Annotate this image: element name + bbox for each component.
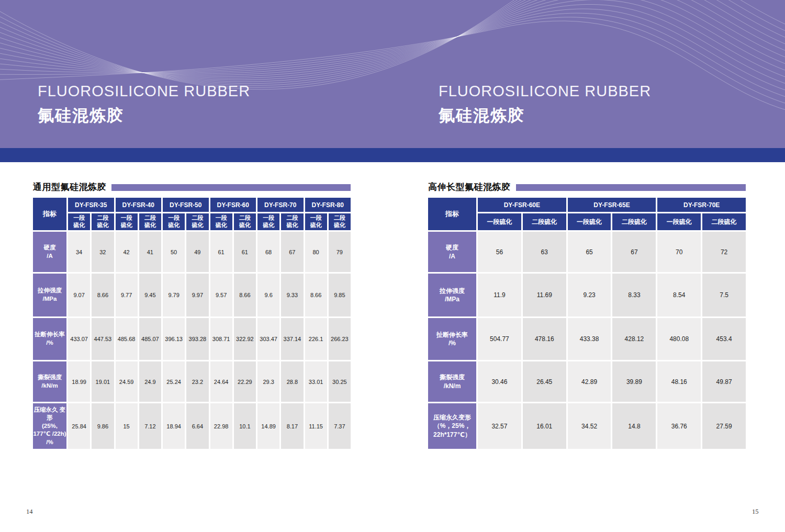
cure-stage-header: 二段 硫化 [92, 213, 114, 230]
value-cell: 14.89 [257, 403, 279, 449]
value-cell: 8.33 [612, 274, 656, 316]
section-heading-general: 通用型氟硅混炼胶 [33, 181, 351, 193]
section-title-bar [516, 184, 746, 191]
row-label: 撕裂强度 /kN/m [428, 361, 476, 402]
page-title-zh: 氟硅混炼胶 [439, 105, 651, 127]
value-cell: 30.46 [478, 361, 521, 402]
value-cell: 266.23 [329, 318, 351, 360]
value-cell: 11.69 [523, 274, 566, 316]
value-cell: 32.57 [478, 403, 521, 449]
divider-band [0, 148, 785, 162]
page-number-right: 15 [752, 508, 759, 516]
value-cell: 24.64 [210, 361, 232, 402]
page-title-en: FLUOROSILICONE RUBBER [439, 83, 651, 100]
value-cell: 24.9 [139, 361, 161, 402]
value-cell: 9.85 [329, 274, 351, 316]
value-cell: 485.68 [116, 318, 138, 360]
model-header: DY-FSR-60 [210, 198, 256, 212]
value-cell: 42 [116, 232, 138, 272]
cure-stage-header: 二段硫化 [612, 213, 656, 230]
value-cell: 30.25 [329, 361, 351, 402]
value-cell: 8.17 [281, 403, 303, 449]
value-cell: 16.01 [523, 403, 566, 449]
row-label: 拉伸强度 /MPa [33, 274, 66, 316]
value-cell: 27.59 [702, 403, 746, 449]
value-cell: 25.84 [68, 403, 90, 449]
value-cell: 68 [257, 232, 279, 272]
catalog-spread: FLUOROSILICONE RUBBER 氟硅混炼胶 FLUOROSILICO… [0, 0, 785, 532]
value-cell: 24.59 [116, 361, 138, 402]
value-cell: 14.8 [612, 403, 656, 449]
value-cell: 49.87 [702, 361, 746, 402]
page-number-left: 14 [26, 508, 33, 516]
value-cell: 9.45 [139, 274, 161, 316]
row-label: 压缩永久变形 （%，25%， 22h*177℃） [428, 403, 476, 449]
cure-stage-header: 一段 硫化 [163, 213, 185, 230]
value-cell: 15 [116, 403, 138, 449]
header-title-left: FLUOROSILICONE RUBBER 氟硅混炼胶 [38, 83, 250, 127]
value-cell: 18.94 [163, 403, 185, 449]
row-label: 硬度 /A [33, 232, 66, 272]
cure-stage-header: 二段 硫化 [139, 213, 161, 230]
section-heading-high-elongation: 高伸长型氟硅混炼胶 [428, 181, 746, 193]
value-cell: 49 [186, 232, 208, 272]
value-cell: 34.52 [568, 403, 611, 449]
value-cell: 8.66 [92, 274, 114, 316]
value-cell: 22.98 [210, 403, 232, 449]
value-cell: 9.23 [568, 274, 611, 316]
value-cell: 9.57 [210, 274, 232, 316]
value-cell: 80 [305, 232, 327, 272]
cure-stage-header: 二段 硫化 [234, 213, 256, 230]
value-cell: 48.16 [657, 361, 701, 402]
value-cell: 19.01 [92, 361, 114, 402]
value-cell: 9.77 [116, 274, 138, 316]
value-cell: 7.12 [139, 403, 161, 449]
value-cell: 41 [139, 232, 161, 272]
value-cell: 337.14 [281, 318, 303, 360]
value-cell: 8.66 [305, 274, 327, 316]
value-cell: 8.54 [657, 274, 701, 316]
model-header: DY-FSR-65E [568, 198, 656, 212]
cure-stage-header: 一段 硫化 [257, 213, 279, 230]
model-header: DY-FSR-40 [116, 198, 162, 212]
value-cell: 8.66 [234, 274, 256, 316]
value-cell: 7.37 [329, 403, 351, 449]
section-title: 通用型氟硅混炼胶 [33, 181, 106, 193]
value-cell: 428.12 [612, 318, 656, 360]
value-cell: 34 [68, 232, 90, 272]
value-cell: 61 [210, 232, 232, 272]
value-cell: 447.53 [92, 318, 114, 360]
value-cell: 11.15 [305, 403, 327, 449]
cure-stage-header: 一段 硫化 [210, 213, 232, 230]
value-cell: 50 [163, 232, 185, 272]
row-label: 拉伸强度 /MPa [428, 274, 476, 316]
value-cell: 9.97 [186, 274, 208, 316]
value-cell: 9.86 [92, 403, 114, 449]
value-cell: 67 [281, 232, 303, 272]
header-banner: FLUOROSILICONE RUBBER 氟硅混炼胶 FLUOROSILICO… [0, 0, 785, 148]
value-cell: 70 [657, 232, 701, 272]
value-cell: 393.28 [186, 318, 208, 360]
value-cell: 453.4 [702, 318, 746, 360]
value-cell: 433.07 [68, 318, 90, 360]
value-cell: 226.1 [305, 318, 327, 360]
value-cell: 480.08 [657, 318, 701, 360]
value-cell: 67 [612, 232, 656, 272]
cure-stage-header: 一段 硫化 [305, 213, 327, 230]
page-title-en: FLUOROSILICONE RUBBER [38, 83, 250, 100]
value-cell: 22.29 [234, 361, 256, 402]
value-cell: 72 [702, 232, 746, 272]
value-cell: 65 [568, 232, 611, 272]
model-header: DY-FSR-35 [68, 198, 114, 212]
cure-stage-header: 一段硫化 [478, 213, 521, 230]
cure-stage-header: 一段 硫化 [68, 213, 90, 230]
page-title-zh: 氟硅混炼胶 [38, 105, 250, 127]
value-cell: 61 [234, 232, 256, 272]
section-title: 高伸长型氟硅混炼胶 [428, 181, 511, 193]
value-cell: 9.07 [68, 274, 90, 316]
cure-stage-header: 二段 硫化 [281, 213, 303, 230]
value-cell: 433.38 [568, 318, 611, 360]
model-header: DY-FSR-80 [305, 198, 351, 212]
value-cell: 308.71 [210, 318, 232, 360]
row-label: 扯断伸长率 /% [33, 318, 66, 360]
